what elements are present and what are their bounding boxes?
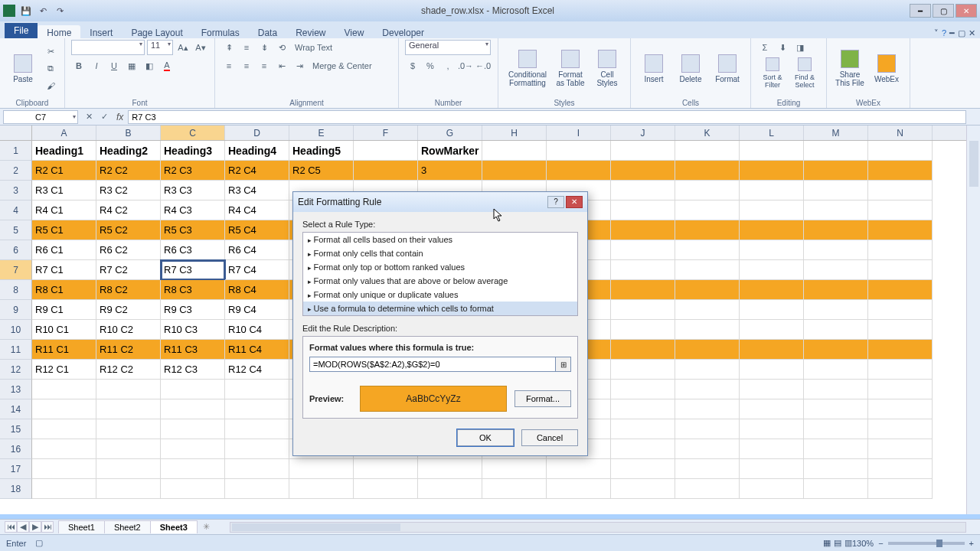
cell[interactable]: R5 C3 xyxy=(161,220,225,240)
cell[interactable] xyxy=(868,439,933,459)
cell[interactable] xyxy=(675,181,740,201)
cell[interactable] xyxy=(740,141,804,161)
cell[interactable] xyxy=(675,380,740,399)
align-bottom-icon[interactable]: ⇟ xyxy=(256,40,272,55)
cell[interactable]: R6 C4 xyxy=(225,240,289,260)
cell[interactable] xyxy=(675,280,740,300)
column-header[interactable]: M xyxy=(804,126,868,140)
rule-type-item[interactable]: Format all cells based on their values xyxy=(303,233,577,246)
cell[interactable]: Heading5 xyxy=(289,141,354,161)
sheet-nav-last-icon[interactable]: ⏭ xyxy=(41,521,54,533)
cell[interactable] xyxy=(225,479,289,499)
cell[interactable]: R8 C3 xyxy=(161,280,225,300)
cell[interactable]: R11 C1 xyxy=(32,340,96,360)
horizontal-scrollbar[interactable] xyxy=(230,522,966,533)
cell[interactable] xyxy=(418,459,482,479)
cell[interactable] xyxy=(740,300,804,320)
cell[interactable]: R3 C1 xyxy=(32,181,96,201)
cell[interactable] xyxy=(611,181,675,201)
fx-icon[interactable]: fx xyxy=(112,112,128,122)
dialog-help-button[interactable]: ? xyxy=(547,196,564,208)
merge-center-button[interactable]: Merge & Center xyxy=(309,58,375,73)
cell[interactable] xyxy=(740,419,804,439)
cell[interactable] xyxy=(740,220,804,240)
cell[interactable]: R7 C1 xyxy=(32,260,96,280)
cell[interactable]: R2 C2 xyxy=(96,161,161,181)
cancel-formula-icon[interactable]: ✕ xyxy=(81,109,96,125)
row-header[interactable]: 6 xyxy=(0,240,32,260)
view-pagebreak-icon[interactable]: ▥ xyxy=(844,538,852,548)
close-button[interactable]: ✕ xyxy=(956,4,977,18)
cell[interactable] xyxy=(611,141,675,161)
cell[interactable] xyxy=(225,419,289,439)
cell[interactable] xyxy=(611,220,675,240)
conditional-formatting-button[interactable]: Conditional Formatting xyxy=(505,44,550,93)
cancel-button[interactable]: Cancel xyxy=(521,429,578,446)
cell[interactable] xyxy=(675,240,740,260)
cell[interactable] xyxy=(740,399,804,419)
cell[interactable] xyxy=(868,280,933,300)
cell[interactable] xyxy=(868,240,933,260)
cell[interactable] xyxy=(611,419,675,439)
new-sheet-icon[interactable]: ✳ xyxy=(197,520,216,533)
cell[interactable] xyxy=(611,459,675,479)
format-as-table-button[interactable]: Format as Table xyxy=(554,44,587,93)
cell[interactable]: R6 C2 xyxy=(96,240,161,260)
cell[interactable]: R12 C3 xyxy=(161,360,225,380)
cell[interactable]: R2 C5 xyxy=(289,161,354,181)
format-button[interactable]: Format... xyxy=(514,390,571,407)
cell[interactable]: R10 C4 xyxy=(225,320,289,340)
cell[interactable] xyxy=(740,459,804,479)
cell[interactable] xyxy=(804,459,868,479)
enter-formula-icon[interactable]: ✓ xyxy=(96,109,112,125)
comma-icon[interactable]: , xyxy=(440,58,456,73)
cell[interactable] xyxy=(482,161,547,181)
cell[interactable] xyxy=(225,459,289,479)
cell[interactable] xyxy=(418,479,482,499)
workbook-close-icon[interactable]: ✕ xyxy=(969,28,975,38)
cell[interactable] xyxy=(611,300,675,320)
cell[interactable]: Heading1 xyxy=(32,141,96,161)
cell[interactable] xyxy=(868,260,933,280)
sheet-tab[interactable]: Sheet1 xyxy=(58,520,105,533)
cell[interactable] xyxy=(354,459,418,479)
row-header[interactable]: 14 xyxy=(0,399,32,419)
cell[interactable] xyxy=(675,201,740,220)
cell[interactable] xyxy=(675,360,740,380)
cell[interactable] xyxy=(804,399,868,419)
rule-type-item[interactable]: Format only unique or duplicate values xyxy=(303,288,577,302)
help-icon[interactable]: ? xyxy=(942,28,946,38)
cell[interactable]: R6 C1 xyxy=(32,240,96,260)
row-header[interactable]: 2 xyxy=(0,161,32,181)
cell[interactable] xyxy=(354,479,418,499)
cell[interactable] xyxy=(804,141,868,161)
sheet-nav-next-icon[interactable]: ▶ xyxy=(29,521,41,533)
cell[interactable] xyxy=(740,479,804,499)
orientation-icon[interactable]: ⟲ xyxy=(274,40,289,55)
cell[interactable] xyxy=(675,320,740,340)
cell[interactable] xyxy=(96,439,161,459)
cell[interactable] xyxy=(96,419,161,439)
cell[interactable] xyxy=(868,419,933,439)
cell[interactable]: R3 C3 xyxy=(161,181,225,201)
cell[interactable] xyxy=(804,181,868,201)
fill-icon[interactable]: ⬇ xyxy=(775,40,790,55)
cell[interactable] xyxy=(547,459,611,479)
cell[interactable] xyxy=(868,399,933,419)
cell[interactable]: Heading4 xyxy=(225,141,289,161)
ribbon-minimize-icon[interactable]: ˅ xyxy=(934,28,939,38)
cell[interactable] xyxy=(611,201,675,220)
border-icon[interactable]: ▦ xyxy=(124,58,139,73)
cell[interactable] xyxy=(740,360,804,380)
column-header[interactable]: F xyxy=(354,126,418,140)
cell[interactable] xyxy=(804,201,868,220)
rule-type-list[interactable]: Format all cells based on their valuesFo… xyxy=(302,232,578,316)
row-header[interactable]: 8 xyxy=(0,280,32,300)
sheet-nav-prev-icon[interactable]: ◀ xyxy=(17,521,29,533)
decrease-font-icon[interactable]: A▾ xyxy=(193,40,208,55)
font-size-combo[interactable]: 11 xyxy=(147,40,173,55)
cell[interactable] xyxy=(161,479,225,499)
cell[interactable]: RowMarker xyxy=(418,141,482,161)
cell[interactable] xyxy=(611,439,675,459)
cell[interactable] xyxy=(611,280,675,300)
